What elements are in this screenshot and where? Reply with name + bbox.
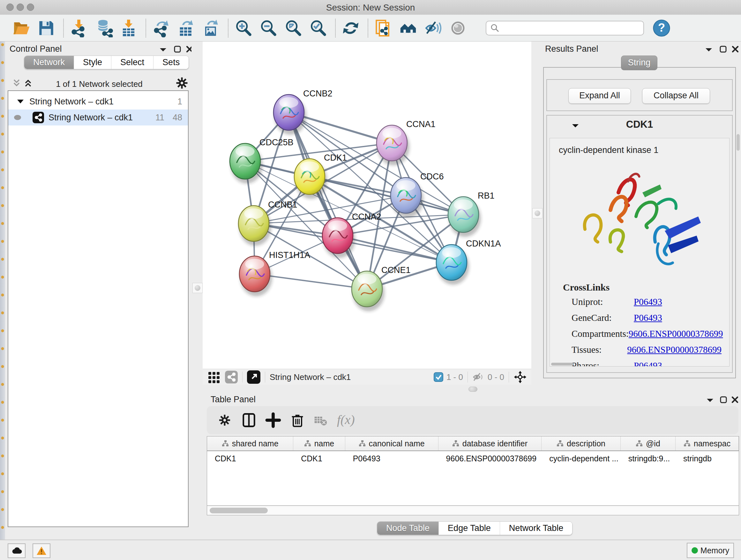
add-icon[interactable] <box>265 412 281 428</box>
node-CCNA1[interactable] <box>377 125 407 161</box>
memory-button[interactable]: Memory <box>687 543 734 558</box>
tab-style[interactable]: Style <box>74 56 111 69</box>
crosslink-link[interactable]: P06493 <box>634 313 662 323</box>
edge-CCNB2-CCNE1[interactable] <box>289 112 367 289</box>
panel-menu-icon[interactable] <box>704 47 713 53</box>
import-network-from-database-icon[interactable] <box>94 19 113 37</box>
column-header-namespac[interactable]: namespac <box>676 436 739 450</box>
crosslink-link[interactable]: P06493 <box>634 361 662 367</box>
show-columns-icon[interactable] <box>241 412 257 428</box>
table-cell[interactable]: cyclin-dependent ... <box>542 451 620 466</box>
table-hscrollbar[interactable] <box>207 506 739 515</box>
import-network-from-file-icon[interactable] <box>70 19 88 37</box>
crosslink-link[interactable]: 9606.ENSP00000378699 <box>627 345 722 355</box>
vertical-divider[interactable] <box>192 42 203 385</box>
zoom-selected-icon[interactable] <box>309 19 327 37</box>
column-header-canonical-name[interactable]: canonical name <box>345 436 439 450</box>
collapse-all-icon[interactable] <box>12 78 23 87</box>
column-header-description[interactable]: description <box>542 436 620 450</box>
tab-select[interactable]: Select <box>111 56 153 69</box>
network-from-selection-icon[interactable] <box>374 19 393 37</box>
table-cell[interactable]: CDK1 <box>207 451 293 466</box>
node-CCNB2[interactable] <box>273 95 304 130</box>
table-cell[interactable]: stringdb:9... <box>621 451 676 466</box>
tab-edge-table[interactable]: Edge Table <box>439 522 500 535</box>
results-hscrollbar[interactable] <box>551 363 574 366</box>
table-hscrollbar-thumb[interactable] <box>210 508 268 513</box>
selected-checkbox-icon[interactable] <box>434 372 443 382</box>
delete-trash-icon[interactable] <box>289 412 306 428</box>
divider-grip[interactable] <box>468 387 477 392</box>
zoom-out-icon[interactable] <box>259 19 278 37</box>
node-HIST1H1A[interactable] <box>239 256 270 292</box>
column-header-database-identifier[interactable]: database identifier <box>439 436 542 450</box>
panel-close-icon[interactable] <box>731 45 739 53</box>
table-settings-gear-icon[interactable] <box>216 412 233 428</box>
warning-button[interactable] <box>32 543 51 558</box>
expand-all-icon[interactable] <box>23 78 35 87</box>
import-table-from-file-icon[interactable] <box>119 19 138 37</box>
tree-expand-icon[interactable] <box>17 99 24 105</box>
save-session-icon[interactable] <box>37 19 56 37</box>
results-tab-string[interactable]: String <box>621 56 657 70</box>
node-CCNB1[interactable] <box>239 206 269 241</box>
update-network-icon[interactable] <box>341 19 360 37</box>
export-network-icon[interactable] <box>152 19 171 37</box>
network-canvas[interactable]: CCNB2CCNA1CDC25BCDK1CDC6RB1CCNB1CCNA2CDK… <box>203 42 531 369</box>
table-cell[interactable]: 9606.ENSP00000378699 <box>439 451 542 466</box>
node-gloss <box>245 259 264 269</box>
panel-float-icon[interactable] <box>720 396 727 403</box>
table-cell[interactable]: CDK1 <box>293 451 345 466</box>
divider-grip[interactable] <box>192 283 203 293</box>
network-collection-row[interactable]: String Network – cdk1 1 <box>8 94 188 110</box>
divider-grip[interactable] <box>532 208 542 219</box>
node-CCNE1[interactable] <box>352 271 382 307</box>
node-CCNA2[interactable] <box>322 218 353 253</box>
tab-node-table[interactable]: Node Table <box>377 522 439 535</box>
node-CDC25B[interactable] <box>230 143 260 179</box>
search-input[interactable] <box>500 23 635 33</box>
column-header-@id[interactable]: @id <box>621 436 676 450</box>
panel-close-icon[interactable] <box>731 396 739 403</box>
column-header-shared-name[interactable]: shared name <box>207 436 293 450</box>
column-header-name[interactable]: name <box>293 436 345 450</box>
status-bar: Memory <box>0 540 741 560</box>
show-hide-panels-icon[interactable] <box>399 19 417 37</box>
crosslink-label: GeneCard: <box>571 313 634 323</box>
gear-icon[interactable] <box>176 77 188 89</box>
panel-menu-icon[interactable] <box>706 397 714 403</box>
birdseye-grid-icon[interactable] <box>208 371 220 383</box>
tab-sets[interactable]: Sets <box>153 56 189 69</box>
crosslink-link[interactable]: P06493 <box>634 297 662 307</box>
export-image-icon[interactable] <box>202 19 220 37</box>
crosslink-link[interactable]: 9606.ENSP00000378699 <box>629 328 723 339</box>
node-CDK1[interactable] <box>294 159 325 194</box>
export-table-icon[interactable] <box>177 19 195 37</box>
table-row[interactable]: CDK1CDK1P064939606.ENSP00000378699cyclin… <box>207 451 739 466</box>
results-vscrollbar[interactable] <box>737 134 740 151</box>
node-CDKN1A[interactable] <box>436 245 467 280</box>
cloud-status-button[interactable] <box>8 543 25 558</box>
zoom-in-icon[interactable] <box>234 19 253 37</box>
fit-crosshair-icon[interactable] <box>514 370 527 384</box>
node-CDC6[interactable] <box>391 178 421 213</box>
export-view-icon[interactable] <box>247 370 260 384</box>
hidden-eye-icon[interactable] <box>472 372 484 382</box>
collapse-all-button[interactable]: Collapse All <box>642 88 710 104</box>
share-view-icon[interactable] <box>225 371 238 383</box>
panel-float-icon[interactable] <box>174 45 181 53</box>
tab-network-table[interactable]: Network Table <box>500 522 572 535</box>
panel-float-icon[interactable] <box>719 45 727 53</box>
help-icon[interactable]: ? <box>652 19 671 37</box>
open-file-icon[interactable] <box>12 19 30 37</box>
node-RB1[interactable] <box>448 197 479 233</box>
show-all-icon[interactable] <box>449 19 467 37</box>
table-cell[interactable]: stringdb <box>676 451 739 466</box>
panel-menu-icon[interactable] <box>159 47 167 53</box>
tab-network[interactable]: Network <box>24 56 74 69</box>
network-row-selected[interactable]: String Network – cdk1 11 48 <box>8 110 188 125</box>
table-cell[interactable]: P06493 <box>345 451 439 466</box>
zoom-fit-icon[interactable] <box>284 19 302 37</box>
expand-all-button[interactable]: Expand All <box>568 88 631 104</box>
hide-selected-icon[interactable] <box>424 19 442 37</box>
